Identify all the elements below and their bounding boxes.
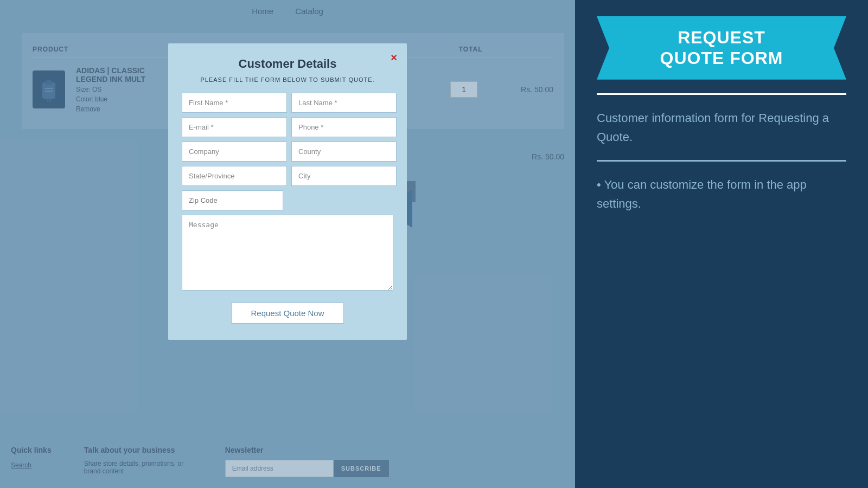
phone-input[interactable] bbox=[291, 117, 397, 137]
right-sidebar: REQUEST QUOTE FORM Customer information … bbox=[575, 0, 868, 488]
banner-line2: QUOTE FORM bbox=[618, 48, 825, 68]
first-name-input[interactable] bbox=[182, 93, 287, 113]
banner-line1: REQUEST bbox=[618, 27, 825, 48]
modal-overlay: Customer Details PLEASE FILL THE FORM BE… bbox=[0, 0, 575, 488]
customer-details-modal: Customer Details PLEASE FILL THE FORM BE… bbox=[168, 43, 407, 340]
message-textarea[interactable] bbox=[182, 215, 393, 291]
sidebar-description: Customer information form for Requesting… bbox=[597, 108, 846, 146]
modal-subtitle: PLEASE FILL THE FORM BELOW TO SUBMIT QUO… bbox=[182, 76, 393, 83]
modal-title: Customer Details bbox=[182, 57, 393, 71]
contact-row bbox=[182, 117, 393, 137]
company-input[interactable] bbox=[182, 142, 287, 162]
sidebar-divider-2 bbox=[597, 160, 846, 162]
city-input[interactable] bbox=[291, 166, 397, 186]
email-input[interactable] bbox=[182, 117, 287, 137]
last-name-input[interactable] bbox=[291, 93, 397, 113]
sidebar-note: • You can customize the form in the app … bbox=[597, 175, 846, 213]
name-row bbox=[182, 93, 393, 113]
county-input[interactable] bbox=[291, 142, 397, 162]
state-province-input[interactable] bbox=[182, 166, 287, 186]
state-city-row bbox=[182, 166, 393, 186]
submit-quote-button[interactable]: Request Quote Now bbox=[231, 303, 343, 324]
zip-row bbox=[182, 190, 393, 210]
zip-code-input[interactable] bbox=[182, 190, 283, 210]
company-county-row bbox=[182, 142, 393, 162]
sidebar-divider-1 bbox=[597, 93, 846, 95]
request-quote-banner: REQUEST QUOTE FORM bbox=[597, 16, 846, 80]
modal-close-button[interactable]: × bbox=[391, 52, 397, 64]
